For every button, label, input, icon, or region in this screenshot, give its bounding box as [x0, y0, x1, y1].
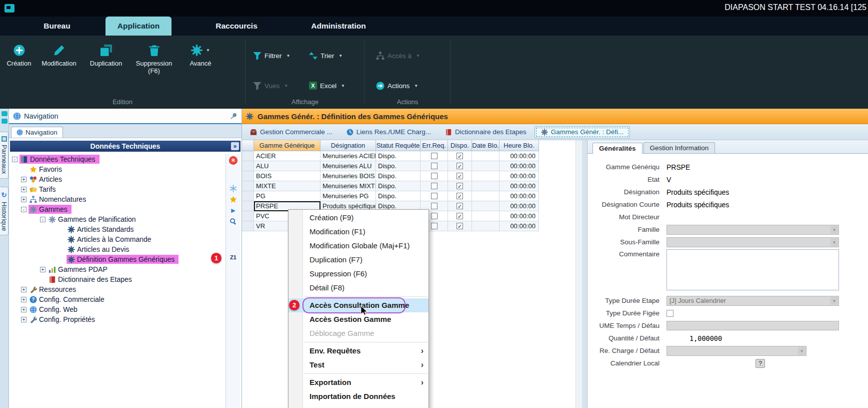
table-row[interactable]: PG Menuiseries PG Dispo. ✓ 00:00:00	[242, 191, 582, 201]
cell-date-blo[interactable]	[472, 191, 500, 201]
modification-button[interactable]: Modification	[35, 44, 83, 75]
cell-dispo[interactable]: ✓	[448, 191, 472, 201]
menu-item-acces-consultation-gamme[interactable]: Accès Consultation Gamme	[288, 298, 428, 312]
cell-heure-blo[interactable]: 00:00:00	[500, 161, 539, 171]
goto-button[interactable]: ▶	[228, 205, 238, 215]
expander-icon[interactable]: -	[40, 217, 46, 222]
filtrer-button[interactable]: Filtrer ▼	[253, 50, 290, 62]
row-selector[interactable]	[242, 211, 254, 221]
cell-dispo[interactable]: ✓	[448, 201, 472, 211]
cell-code[interactable]: ACIER	[254, 151, 320, 161]
type-duree-etape-select[interactable]: [J] Jours Calendrier▾	[666, 296, 839, 306]
cell-statut[interactable]: Dispo.	[376, 191, 420, 201]
tree-item-config-commerciale[interactable]: + Config. Commerciale	[10, 294, 224, 304]
menu-item-acces-gestion-gamme[interactable]: Accès Gestion Gamme	[288, 312, 428, 326]
tree-item-config-proprietes[interactable]: + Config. Propriétés	[10, 314, 224, 324]
cell-statut[interactable]: Dispo.	[376, 161, 420, 171]
tab-bureau[interactable]: Bureau	[42, 17, 72, 36]
row-selector[interactable]	[242, 181, 254, 191]
commentaire-textarea[interactable]	[666, 249, 839, 290]
expander-icon[interactable]: +	[21, 307, 26, 312]
row-selector-header[interactable]	[242, 140, 254, 151]
tab-navigation[interactable]: Navigation	[11, 127, 63, 138]
cell-designation[interactable]: Menuiseries MIXTE	[320, 181, 376, 191]
collapse-panel-button[interactable]: »	[231, 142, 239, 150]
column-header-dispo[interactable]: Dispo.	[448, 140, 472, 151]
creation-button[interactable]: Création	[3, 44, 35, 75]
cell-err-req[interactable]	[420, 161, 448, 171]
row-selector[interactable]	[242, 151, 254, 161]
checkbox[interactable]: ✓	[456, 193, 463, 199]
expander-icon[interactable]: -	[12, 157, 18, 162]
checkbox[interactable]	[431, 223, 438, 229]
calendrier-help-button[interactable]: ?	[756, 359, 765, 368]
avance-button[interactable]: ▼ Avancé	[179, 44, 222, 75]
type-duree-figee-checkbox[interactable]	[666, 310, 674, 317]
tree-item-ressources[interactable]: + Ressources	[10, 284, 224, 294]
table-row[interactable]: BOIS Menuiseries BOIS Dispo. ✓ 00:00:00	[242, 171, 582, 181]
cell-date-blo[interactable]	[472, 171, 500, 181]
actions-button[interactable]: Actions ▼	[376, 80, 418, 92]
checkbox[interactable]	[431, 153, 438, 159]
tree-item-articles-a-la-commande[interactable]: Articles à la Commande	[10, 234, 224, 244]
cell-designation[interactable]: Menuiseries BOIS	[320, 171, 376, 181]
cell-heure-blo[interactable]: 00:00:00	[500, 171, 539, 181]
tree-item-articles-standards[interactable]: Articles Standards	[10, 224, 224, 234]
checkbox[interactable]: ✓	[456, 183, 463, 189]
menu-item-deblocage-gamme[interactable]: Déblocage Gamme	[288, 326, 428, 340]
cell-designation[interactable]: Menuiseries PG	[320, 191, 376, 201]
pinwheel-button[interactable]	[228, 183, 238, 193]
cell-date-blo[interactable]	[472, 181, 500, 191]
tree-item-articles[interactable]: + Articles	[10, 174, 224, 184]
checkbox[interactable]: ✓	[456, 223, 463, 229]
cell-err-req[interactable]	[420, 171, 448, 181]
sort-z1-button[interactable]: Z1	[228, 252, 238, 262]
column-header-statut-requete[interactable]: Statut Requête	[376, 140, 420, 151]
menu-item-modification-globale[interactable]: Modification Globale (Maj+F1)	[288, 239, 428, 253]
checkbox[interactable]: ✓	[456, 163, 463, 169]
tab-liens-res-ume[interactable]: Liens Res./UME Charg...	[340, 126, 437, 138]
row-selector[interactable]	[242, 191, 254, 201]
cell-date-blo[interactable]	[472, 221, 500, 231]
duplication-button[interactable]: Duplication	[83, 44, 129, 75]
suppression-button[interactable]: Suppression(F6)	[129, 44, 179, 75]
favorites-button[interactable]	[228, 194, 238, 204]
checkbox[interactable]	[431, 193, 438, 199]
checkbox[interactable]: ✓	[456, 153, 463, 159]
row-selector[interactable]	[242, 161, 254, 171]
cell-dispo[interactable]: ✓	[448, 171, 472, 181]
expander-icon[interactable]: +	[21, 287, 26, 292]
expander-icon[interactable]: +	[21, 187, 26, 192]
tree-item-gammes-pdap[interactable]: + Gammes PDAP	[10, 264, 224, 274]
checkbox[interactable]	[431, 163, 438, 169]
cell-heure-blo[interactable]: 00:00:00	[500, 221, 539, 231]
menu-item-creation[interactable]: Création (F9)	[288, 211, 428, 225]
vertical-tab-panneaux[interactable]: Panneaux	[0, 132, 8, 179]
vertical-tab-historique[interactable]: ↻ Historique	[0, 187, 8, 236]
cell-heure-blo[interactable]: 00:00:00	[500, 181, 539, 191]
cell-heure-blo[interactable]: 00:00:00	[500, 201, 539, 211]
trier-button[interactable]: Trier ▼	[309, 50, 342, 62]
column-header-designation[interactable]: Désignation	[320, 140, 376, 151]
cell-designation[interactable]: Menuiseries ALU	[320, 161, 376, 171]
close-panel-button[interactable]: ×	[228, 155, 238, 165]
cell-date-blo[interactable]	[472, 151, 500, 161]
tree-item-definition-gammes-generiques[interactable]: Définition Gammes Génériques	[10, 254, 224, 264]
cell-dispo[interactable]: ✓	[448, 211, 472, 221]
expander-icon[interactable]: +	[40, 267, 46, 272]
tab-raccourcis[interactable]: Raccourcis	[212, 17, 260, 36]
cell-dispo[interactable]: ✓	[448, 161, 472, 171]
table-row[interactable]: MIXTE Menuiseries MIXTE Dispo. ✓ 00:00:0…	[242, 181, 582, 191]
cell-heure-blo[interactable]: 00:00:00	[500, 151, 539, 161]
tree-item-favoris[interactable]: Favoris	[10, 164, 224, 174]
checkbox[interactable]	[431, 203, 438, 209]
expander-icon[interactable]: +	[21, 297, 26, 302]
tab-administration[interactable]: Administration	[308, 17, 370, 36]
tab-generalites[interactable]: Généralités	[592, 143, 642, 154]
cell-code[interactable]: ALU	[254, 161, 320, 171]
cell-code[interactable]: BOIS	[254, 171, 320, 181]
checkbox[interactable]: ✓	[456, 203, 463, 209]
tab-gestion-information[interactable]: Gestion Information	[644, 142, 716, 153]
tab-dictionnaire-des-etapes[interactable]: Dictionnaire des Etapes	[439, 126, 532, 138]
expander-icon[interactable]: +	[21, 197, 26, 202]
